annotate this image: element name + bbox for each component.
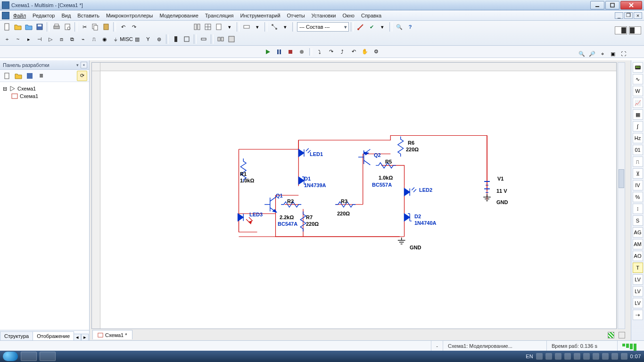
print-preview-icon[interactable] <box>62 22 73 32</box>
label-r1[interactable]: R1 <box>240 171 247 177</box>
record-icon[interactable] <box>297 47 307 57</box>
distortion-icon[interactable]: % <box>633 192 643 202</box>
tab-display[interactable]: Отображение <box>33 331 74 340</box>
v-scroll-thumb[interactable] <box>619 169 624 188</box>
open-icon[interactable] <box>13 22 23 32</box>
label-q1v[interactable]: BC547A <box>278 221 297 227</box>
tab-structure[interactable]: Структура <box>0 331 33 340</box>
tek-scope-icon[interactable]: T <box>633 263 643 273</box>
place-indicator-icon[interactable]: ◉ <box>99 34 110 44</box>
mdi-restore[interactable]: ❐ <box>624 12 633 19</box>
paste-icon[interactable] <box>101 22 111 32</box>
label-r6v[interactable]: 220Ω <box>406 147 419 152</box>
probe2-icon[interactable]: ▾ <box>377 22 388 32</box>
tray-icon[interactable] <box>593 353 599 360</box>
agilent-mm-icon[interactable]: AM <box>633 239 643 249</box>
sheet-icon[interactable] <box>214 22 224 32</box>
tray-icon[interactable] <box>564 353 571 360</box>
labview1-icon[interactable]: LV <box>633 274 643 285</box>
label-r1v[interactable]: 1.0kΩ <box>240 178 254 183</box>
menu-tools[interactable]: Инструментарий <box>237 12 283 19</box>
place-ttl-icon[interactable]: ⧈ <box>56 34 66 44</box>
panel-new-icon[interactable] <box>2 71 12 81</box>
menu-insert[interactable]: Вставить <box>74 12 102 19</box>
oscilloscope-icon[interactable]: 📈 <box>633 98 643 108</box>
tray-icon[interactable] <box>583 353 590 360</box>
4ch-scope-icon[interactable]: ▦ <box>633 109 643 120</box>
help-icon[interactable]: ? <box>405 22 415 32</box>
tray-lang[interactable]: EN <box>526 354 533 359</box>
panel-open-icon[interactable] <box>13 71 24 81</box>
panel-dropdown[interactable]: ▾ <box>76 63 79 67</box>
label-d1v[interactable]: 1N4739A <box>304 182 326 188</box>
document-tab[interactable]: Схема1 * <box>92 330 132 339</box>
label-gnd2[interactable]: GND <box>496 199 508 205</box>
freq-counter-icon[interactable]: Hz <box>633 133 643 143</box>
label-d2v[interactable]: 1N4740A <box>414 220 436 226</box>
place-advanced-icon[interactable]: ▥ <box>132 34 142 44</box>
pause-icon[interactable] <box>274 47 284 57</box>
place-diode-icon[interactable]: ▸ <box>24 34 34 44</box>
label-r5[interactable]: R5 <box>385 159 392 165</box>
tab-right[interactable]: ▸ <box>81 334 89 340</box>
place-cmos-icon[interactable]: ⧉ <box>67 34 77 44</box>
current-probe-icon[interactable]: ⇢ <box>633 310 643 320</box>
tray-icon[interactable] <box>545 353 552 360</box>
wattmeter-icon[interactable]: W <box>633 86 643 96</box>
schematic-sheet[interactable]: R1 1.0kΩ LED1 D1 1N4739A Q1 BC547A R2 2.… <box>100 71 616 329</box>
redo-icon[interactable]: ↷ <box>129 22 139 32</box>
bode-icon[interactable]: ∫ <box>633 121 643 132</box>
breakpoint-icon[interactable]: ✋ <box>360 47 370 57</box>
label-r5v[interactable]: 1.0kΩ <box>379 175 393 181</box>
label-led2[interactable]: LED2 <box>419 187 432 193</box>
panel-refresh-icon[interactable]: ⟳ <box>77 71 87 81</box>
zoom-out-icon[interactable]: 🔎 <box>587 49 597 58</box>
labview3-icon[interactable]: LV <box>633 298 643 308</box>
tray-icon[interactable] <box>536 353 543 360</box>
menu-edit[interactable]: Редактор <box>30 12 58 19</box>
label-r7v[interactable]: 220Ω <box>306 221 319 227</box>
label-q2[interactable]: Q2 <box>374 152 381 158</box>
place-text-icon[interactable] <box>198 34 209 44</box>
menu-file[interactable]: Файл <box>10 12 29 19</box>
multimeter-icon[interactable]: 📟 <box>633 62 643 73</box>
hier-icon[interactable] <box>269 22 280 32</box>
agilent-fg-icon[interactable]: AG <box>633 227 643 238</box>
print-icon[interactable] <box>51 22 62 32</box>
label-r3[interactable]: R3 <box>341 198 347 204</box>
place-connector-icon[interactable] <box>182 34 192 44</box>
close-button[interactable] <box>620 1 642 9</box>
funcgen-icon[interactable]: ∿ <box>633 74 643 84</box>
fullscreen-icon[interactable]: ⛶ <box>619 49 628 58</box>
mdi-close[interactable]: × <box>634 12 642 19</box>
place-mixed-icon[interactable]: ⎍ <box>89 34 99 44</box>
tree-child[interactable]: Схема1 <box>11 92 86 100</box>
iv-icon[interactable]: IV <box>633 180 643 190</box>
erc-icon[interactable] <box>355 22 366 32</box>
panel-close[interactable]: × <box>81 62 87 68</box>
undo-icon[interactable]: ↶ <box>118 22 128 32</box>
grid-icon[interactable] <box>203 22 213 32</box>
menu-reports[interactable]: Отчеты <box>284 12 308 19</box>
labview2-icon[interactable]: LV <box>633 286 643 296</box>
tray-icon[interactable] <box>555 353 561 360</box>
composition-combo[interactable]: --- Состав --- <box>297 22 349 32</box>
label-r7[interactable]: R7 <box>306 214 313 220</box>
menu-transfer[interactable]: Трансляция <box>202 12 237 19</box>
stop-icon[interactable] <box>285 47 296 57</box>
place-rf-icon[interactable]: Y <box>143 34 153 44</box>
label-v1v[interactable]: 11 V <box>496 188 507 194</box>
tray-icon[interactable] <box>574 353 580 360</box>
label-d2[interactable]: D2 <box>414 214 421 219</box>
step-into-icon[interactable]: ⤵ <box>314 47 325 57</box>
place-hblock2-icon[interactable] <box>226 34 237 44</box>
step-back-icon[interactable]: ↶ <box>348 47 359 57</box>
tree-root[interactable]: ⊟ Схема1 <box>3 85 86 92</box>
probe-icon[interactable]: ✔ <box>366 22 377 32</box>
label-q1[interactable]: Q1 <box>276 193 283 198</box>
step-over-icon[interactable]: ↷ <box>326 47 336 57</box>
tray-clock[interactable]: 0:07 <box>630 354 641 359</box>
save-icon[interactable] <box>34 22 45 32</box>
panel-save-icon[interactable] <box>25 71 35 81</box>
label-led3[interactable]: LED3 <box>249 212 263 217</box>
